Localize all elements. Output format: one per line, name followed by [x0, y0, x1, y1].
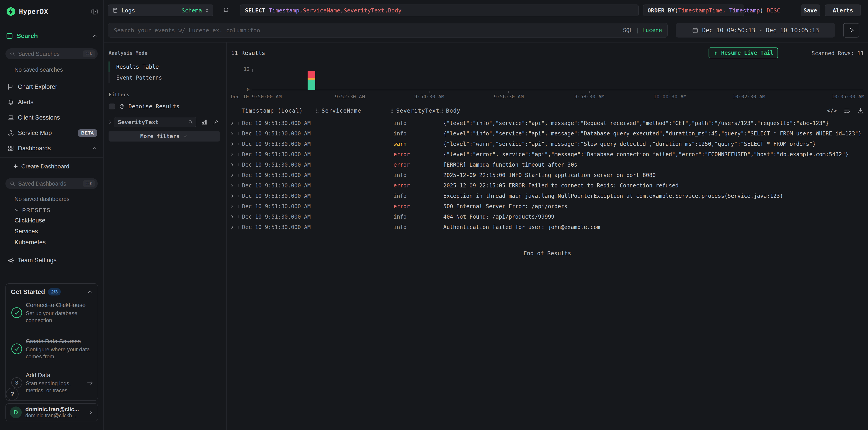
severity-filter-group[interactable]: SeverityText: [114, 117, 196, 127]
expand-row-icon[interactable]: [230, 173, 235, 178]
user-name: dominic.tran@clic...: [25, 406, 79, 412]
collapse-sidebar-icon[interactable]: [90, 7, 99, 15]
expand-row-icon[interactable]: [230, 183, 235, 188]
user-profile[interactable]: D dominic.tran@clic... dominic.tran@clic…: [5, 403, 98, 421]
pin-icon[interactable]: [213, 119, 218, 125]
lucene-mode-toggle[interactable]: Lucene: [642, 27, 662, 33]
table-row[interactable]: Dec 10 9:51:30.000 AM error [ERROR] Lamb…: [227, 160, 868, 170]
table-row[interactable]: Dec 10 9:51:30.000 AM info Exception in …: [227, 191, 868, 201]
table-row[interactable]: Dec 10 9:51:30.000 AM info 2025-12-09 22…: [227, 170, 868, 180]
column-header-servicename[interactable]: ServiceName: [315, 108, 390, 114]
step-connect-clickhouse[interactable]: Connect to ClickHouse Set up your databa…: [11, 301, 94, 324]
table-row[interactable]: Dec 10 9:51:30.000 AM info {"level":"inf…: [227, 128, 868, 139]
chevron-up-icon[interactable]: [92, 33, 98, 39]
chart-x-axis-labels: Dec 10 9:50:00 AM9:52:30 AM9:54:30 AM9:5…: [252, 94, 863, 101]
chart-plot[interactable]: [252, 69, 863, 90]
saved-dashboards-field[interactable]: [18, 180, 83, 187]
view-source-icon[interactable]: </>: [827, 108, 837, 114]
chevron-up-icon[interactable]: [91, 145, 97, 151]
drag-handle-icon[interactable]: [315, 108, 319, 114]
expand-row-icon[interactable]: [230, 152, 235, 157]
saved-dashboards-input[interactable]: ⌘K: [5, 178, 98, 189]
bar-chart-icon[interactable]: [201, 119, 208, 125]
mode-results-table[interactable]: Results Table: [108, 62, 221, 72]
expand-row-icon[interactable]: [230, 204, 235, 209]
table-row[interactable]: Dec 10 9:51:30.000 AM info {"level":"inf…: [227, 118, 868, 128]
presets-toggle[interactable]: PRESETS: [14, 207, 51, 213]
table-row[interactable]: Dec 10 9:51:30.000 AM error {"level":"er…: [227, 149, 868, 160]
sidebar-item-client-sessions[interactable]: Client Sessions: [0, 110, 103, 125]
denoise-results-toggle[interactable]: Denoise Results: [109, 103, 180, 110]
search-icon[interactable]: [188, 119, 193, 125]
row-body: 404 Not Found: /api/products/99999: [439, 213, 868, 220]
sidebar-item-alerts[interactable]: Alerts: [0, 95, 103, 110]
sidebar-item-label: Chart Explorer: [18, 84, 57, 91]
saved-searches-field[interactable]: [18, 51, 83, 57]
expand-row-icon[interactable]: [230, 214, 235, 219]
select-query-input[interactable]: SELECT Timestamp ,ServiceName,SeverityTe…: [240, 4, 639, 16]
table-row[interactable]: Dec 10 9:51:30.000 AM error 500 Internal…: [227, 201, 868, 211]
time-range-picker[interactable]: Dec 10 09:50:13 - Dec 10 10:05:13: [676, 23, 835, 37]
sidebar-item-team-settings[interactable]: Team Settings: [7, 257, 57, 264]
y-axis-tick-mark: [252, 69, 253, 72]
saved-searches-input[interactable]: ⌘K: [5, 48, 98, 59]
resume-live-tail-button[interactable]: Resume Live Tail: [709, 47, 778, 58]
team-settings-label: Team Settings: [18, 257, 57, 264]
expand-row-icon[interactable]: [230, 225, 235, 230]
sql-mode-toggle[interactable]: SQL: [623, 27, 632, 33]
shortcut-badge: ⌘K: [83, 51, 95, 57]
table-row[interactable]: Dec 10 9:51:30.000 AM error 2025-12-09 2…: [227, 180, 868, 191]
scanned-rows-text: Scanned Rows: 11: [812, 50, 864, 57]
expand-row-icon[interactable]: [230, 141, 235, 146]
drag-handle-icon[interactable]: [440, 108, 444, 114]
alerts-button[interactable]: Alerts: [825, 4, 861, 16]
event-search-input[interactable]: [114, 27, 623, 34]
preset-clickhouse[interactable]: ClickHouse: [14, 217, 45, 224]
event-search-bar[interactable]: SQL | Lucene: [108, 23, 668, 37]
denoise-checkbox[interactable]: [109, 104, 115, 109]
chart-bar[interactable]: [308, 69, 315, 90]
no-saved-dashboards-text: No saved dashboards: [14, 196, 69, 202]
sidebar-item-chart-explorer[interactable]: Chart Explorer: [0, 79, 103, 95]
row-severity: warn: [390, 141, 439, 147]
query-settings-gear-icon[interactable]: [222, 6, 230, 14]
sidebar-item-search[interactable]: Search: [6, 31, 98, 41]
source-selector[interactable]: Logs Schema: [108, 4, 213, 16]
column-header-body[interactable]: Body: [439, 108, 868, 114]
sidebar-item-label: Service Map: [18, 130, 52, 137]
y-axis-tick-max: 12: [240, 66, 250, 72]
drag-handle-icon[interactable]: [390, 108, 394, 114]
sidebar-item-service-map[interactable]: Service Map BETA: [0, 125, 103, 141]
column-header-timestamp[interactable]: Timestamp (Local): [238, 108, 315, 114]
sidebar-item-dashboards[interactable]: Dashboards: [0, 141, 103, 156]
download-icon[interactable]: [857, 107, 864, 114]
help-button[interactable]: ?: [6, 388, 19, 400]
table-row[interactable]: Dec 10 9:51:30.000 AM warn {"level":"war…: [227, 139, 868, 149]
step-add-data[interactable]: 3 Add Data Start sending logs, metrics, …: [11, 371, 94, 394]
more-filters-button[interactable]: More filters: [108, 131, 220, 141]
expand-row-icon[interactable]: [230, 194, 235, 198]
chevron-up-icon[interactable]: [87, 289, 93, 295]
mode-event-patterns[interactable]: Event Patterns: [108, 72, 221, 83]
chevron-right-icon[interactable]: [107, 119, 113, 125]
column-header-severitytext[interactable]: SeverityText: [390, 108, 439, 114]
bell-icon: [7, 99, 14, 106]
select-field-timestamp: Timestamp: [269, 7, 299, 14]
wrap-lines-icon[interactable]: [844, 107, 850, 114]
expand-row-icon[interactable]: [230, 162, 235, 167]
preset-services[interactable]: Services: [14, 228, 38, 235]
table-row[interactable]: Dec 10 9:51:30.000 AM info Authenticatio…: [227, 222, 868, 232]
preset-kubernetes[interactable]: Kubernetes: [14, 239, 46, 246]
expand-row-icon[interactable]: [230, 131, 235, 136]
save-button[interactable]: Save: [801, 4, 820, 16]
order-by-input[interactable]: ORDER BY ( TimestampTime, Timestamp ) DE…: [643, 4, 744, 16]
run-query-button[interactable]: [843, 23, 859, 37]
step-create-data-sources[interactable]: Create Data Sources Configure where your…: [11, 337, 94, 360]
row-severity: info: [390, 193, 439, 199]
table-row[interactable]: Dec 10 9:51:30.000 AM info 404 Not Found…: [227, 211, 868, 222]
create-dashboard-button[interactable]: Create Dashboard: [0, 161, 103, 172]
row-body: Authentication failed for user: john@exa…: [439, 224, 868, 230]
expand-row-icon[interactable]: [230, 121, 235, 126]
arrow-right-icon: [86, 379, 94, 386]
row-timestamp: Dec 10 9:51:30.000 AM: [238, 141, 315, 147]
